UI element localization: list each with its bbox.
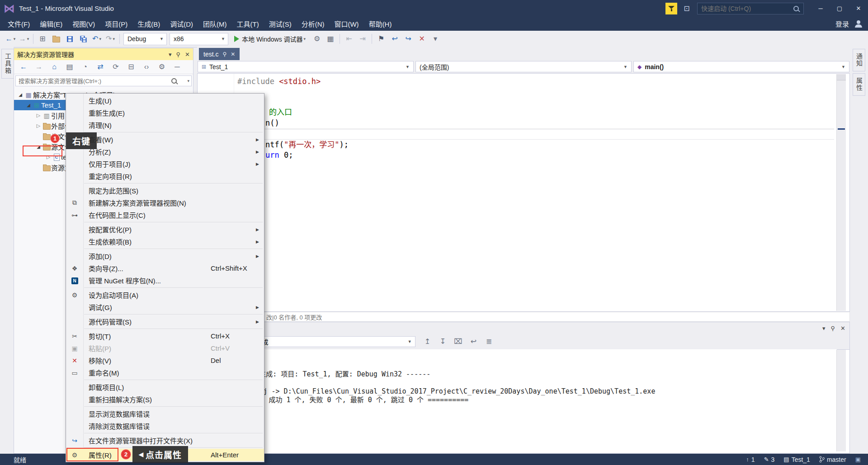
clear-all-icon[interactable]: ⌧: [452, 335, 465, 348]
open-file-icon[interactable]: [49, 33, 63, 45]
unpushed-commits-indicator[interactable]: ↑ 1: [746, 456, 755, 463]
user-avatar-icon[interactable]: [854, 20, 863, 28]
pin-icon[interactable]: ⚲: [222, 51, 226, 57]
expanded-arrow-icon[interactable]: ◢: [25, 103, 32, 108]
context-menu-item--j-[interactable]: 仅用于项目(J)▶: [66, 158, 264, 170]
sync-with-active-document-icon[interactable]: ⇄: [94, 61, 107, 72]
output-source-dropdown[interactable]: 生成 ▼: [253, 336, 415, 347]
editor-vertical-scrollbar[interactable]: [836, 74, 846, 311]
navigate-backward-icon[interactable]: ←▾: [4, 33, 17, 45]
close-icon[interactable]: ✕: [840, 325, 845, 332]
go-to-next-message-icon[interactable]: ↧: [436, 335, 450, 348]
collapsed-arrow-icon[interactable]: ▷: [35, 123, 42, 129]
toolbar-overflow-icon[interactable]: ▾: [429, 33, 442, 45]
context-menu-item--n-[interactable]: ⧉新建解决方案资源管理器视图(N): [66, 197, 264, 209]
collapsed-arrow-icon[interactable]: ▷: [35, 113, 42, 118]
menubar-item-6[interactable]: 团队(M): [198, 17, 232, 31]
uncommitted-changes-indicator[interactable]: ✎ 3: [764, 456, 775, 463]
context-menu-item--u-[interactable]: 生成(U): [66, 94, 264, 107]
context-menu-item--nuget-n-[interactable]: N管理 NuGet 程序包(N)...: [66, 274, 264, 287]
context-menu-item--t-[interactable]: ✂剪切(T)Ctrl+X: [66, 330, 264, 342]
menubar-item-1[interactable]: 编辑(E): [35, 17, 67, 31]
code-editor[interactable]: #include <stdio.h>的入口n()ntf("再一次，学习");ur…: [197, 73, 850, 312]
codelens-indicator[interactable]: 改|0 名作者, 0 项更改: [197, 312, 850, 322]
sign-in-link[interactable]: 登录: [835, 19, 849, 28]
context-menu-item--r-[interactable]: 重定向项目(R): [66, 170, 264, 182]
output-panel-header[interactable]: 输出 ▾⚲✕: [198, 322, 849, 334]
context-menu-item--d-[interactable]: 添加(D)▶: [66, 250, 264, 262]
feedback-filter-icon[interactable]: [665, 3, 677, 14]
menubar-item-7[interactable]: 工具(T): [231, 17, 264, 31]
undo-icon[interactable]: ↶▾: [90, 33, 104, 45]
start-debugging-button[interactable]: 本地 Windows 调试器▾: [231, 33, 308, 45]
context-menu-item--[interactable]: 清除浏览数据库错误: [66, 420, 264, 432]
menubar-item-0[interactable]: 文件(F): [3, 17, 35, 31]
navigate-back-document-icon[interactable]: ⇤: [342, 33, 356, 45]
context-menu-item--e-[interactable]: 重新生成(E): [66, 107, 264, 119]
properties-icon[interactable]: ⚙: [155, 61, 169, 72]
home-icon[interactable]: ⌂: [47, 61, 61, 72]
member-dropdown[interactable]: ◆ main() ▼: [633, 61, 849, 72]
go-to-previous-message-icon[interactable]: ↥: [421, 335, 434, 348]
project-dropdown[interactable]: ⊞ Test_1 ▼: [198, 61, 414, 72]
redo-icon[interactable]: ↷▾: [104, 33, 117, 45]
context-menu-item--c-[interactable]: ⊶在代码图上显示(C): [66, 209, 264, 221]
switch-views-icon[interactable]: ▤: [63, 61, 76, 72]
menubar-item-10[interactable]: 窗口(W): [329, 17, 363, 31]
previous-bookmark-icon[interactable]: ↩: [388, 33, 401, 45]
new-project-icon[interactable]: ⊞: [36, 33, 49, 45]
context-menu-item--[interactable]: 显示浏览数据库错误: [66, 408, 264, 420]
status-feedback-icon[interactable]: ▣: [855, 456, 861, 463]
navigate-forward-icon[interactable]: →▾: [17, 33, 31, 45]
word-wrap-icon[interactable]: ↩: [467, 335, 481, 348]
context-menu-item--z-[interactable]: ❖类向导(Z)...Ctrl+Shift+X: [66, 262, 264, 274]
tab-test-c[interactable]: test.c ⚲ ✕: [199, 48, 240, 60]
minimize-button[interactable]: ─: [811, 0, 830, 17]
context-menu-item--a-[interactable]: ⚙设为启动项目(A): [66, 289, 264, 301]
navigate-forward-document-icon[interactable]: ⇥: [356, 33, 369, 45]
clear-bookmarks-icon[interactable]: ✕: [415, 33, 429, 45]
menubar-item-3[interactable]: 项目(P): [100, 17, 132, 31]
expanded-arrow-icon[interactable]: ◢: [17, 92, 24, 97]
attach-to-process-icon[interactable]: ⚙: [310, 33, 324, 45]
save-all-icon[interactable]: [76, 33, 90, 45]
menubar-item-11[interactable]: 帮助(H): [364, 17, 397, 31]
pin-icon[interactable]: ⚲: [831, 325, 835, 332]
maximize-button[interactable]: ▢: [830, 0, 849, 17]
close-icon[interactable]: ✕: [185, 51, 190, 58]
preview-selected-icon[interactable]: ─: [170, 61, 184, 72]
context-menu-item--p-[interactable]: ▣粘贴(P)Ctrl+V: [66, 342, 264, 354]
pin-icon[interactable]: ⚲: [176, 51, 181, 58]
platform-dropdown[interactable]: x86▼: [170, 33, 228, 45]
menubar-item-8[interactable]: 测试(S): [264, 17, 297, 31]
solution-search-input[interactable]: [15, 75, 192, 86]
debug-configuration-dropdown[interactable]: Debug▼: [123, 33, 167, 45]
context-menu-item--m-[interactable]: ▭重命名(M): [66, 366, 264, 379]
quick-launch-input[interactable]: [698, 5, 793, 12]
send-feedback-icon[interactable]: ⊡: [681, 3, 693, 14]
menubar-item-4[interactable]: 生成(B): [132, 17, 165, 31]
toggle-autoscroll-icon[interactable]: ≣: [482, 335, 496, 348]
window-position-icon[interactable]: ▾: [169, 51, 172, 58]
window-position-icon[interactable]: ▾: [822, 325, 826, 332]
scope-dropdown[interactable]: (全局范围) ▼: [415, 61, 632, 72]
context-menu-item--g-[interactable]: 调试(G)▶: [66, 301, 264, 313]
close-icon[interactable]: ✕: [231, 51, 235, 57]
context-menu-item--b-[interactable]: 生成依赖项(B)▶: [66, 235, 264, 248]
context-menu-item--s-[interactable]: 源代码管理(S)▶: [66, 315, 264, 328]
right-tab-1[interactable]: 属性: [853, 73, 865, 96]
quick-launch-box[interactable]: [697, 3, 804, 14]
branch-indicator[interactable]: master: [819, 456, 846, 463]
repository-indicator[interactable]: ▤ Test_1: [783, 456, 810, 463]
right-tab-0[interactable]: 通知: [853, 49, 865, 71]
context-menu-item--p-[interactable]: 按配置优化(P)▶: [66, 223, 264, 235]
output-vertical-scrollbar[interactable]: [836, 350, 846, 451]
save-icon[interactable]: [63, 33, 76, 45]
menubar-item-5[interactable]: 调试(D): [165, 17, 198, 31]
context-menu-item--v-[interactable]: ✕移除(V)Del: [66, 354, 264, 366]
context-menu-item--n-[interactable]: 清理(N): [66, 119, 264, 131]
solution-explorer-header[interactable]: 解决方案资源管理器 ▾⚲✕: [14, 48, 193, 60]
context-menu-item--l-[interactable]: 卸载项目(L): [66, 381, 264, 393]
collapse-all-icon[interactable]: ⊟: [124, 61, 138, 72]
refresh-icon[interactable]: ⟳: [109, 61, 123, 72]
